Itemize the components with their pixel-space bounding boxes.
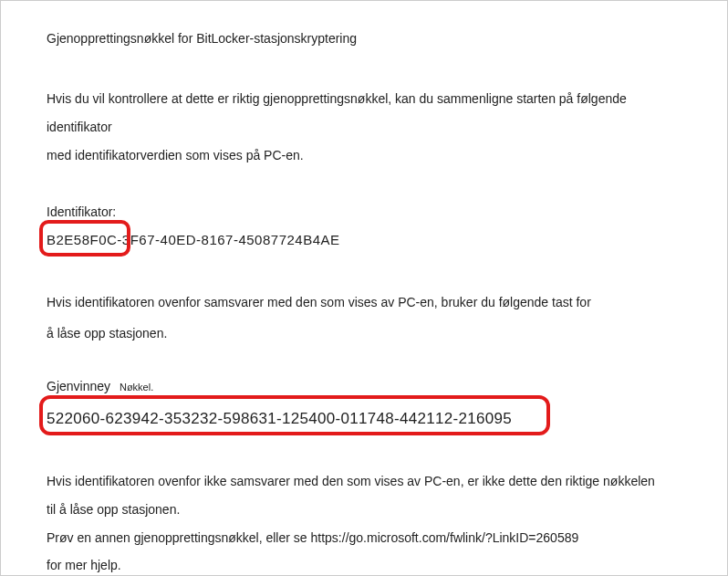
instruction-line: Hvis identifikatoren ovenfor ikke samsva… [47,467,681,496]
instruction-match: Hvis identifikatoren ovenfor samsvarer m… [47,288,681,349]
instruction-verify: Hvis du vil kontrollere at dette er rikt… [47,85,681,169]
recovery-key-value: 522060-623942-353232-598631-125400-01174… [47,410,512,427]
instruction-line: Hvis identifikatoren ovenfor samsvarer m… [47,288,681,319]
recovery-key-row: 522060-623942-353232-598631-125400-01174… [47,406,681,431]
identifier-label: Identifikator: [47,202,681,222]
recovery-label-small: Nøkkel. [120,382,153,393]
recovery-label-main: Gjenvinney [47,379,110,393]
instruction-line: for mer hjelp. [47,551,681,576]
identifier-value: B2E58F0C-3F67-40ED-8167-45087724B4AE [47,232,340,247]
instruction-line: Prøv en annen gjenopprettingsnøkkel, ell… [47,524,681,552]
identifier-value-row: B2E58F0C-3F67-40ED-8167-45087724B4AE [47,229,681,251]
document-title: Gjenopprettingsnøkkel for BitLocker-stas… [47,28,681,48]
instruction-nomatch: Hvis identifikatoren ovenfor ikke samsva… [47,467,681,576]
instruction-line: til å låse opp stasjonen. [47,496,681,524]
instruction-line: å låse opp stasjonen. [47,319,681,350]
instruction-line: Hvis du vil kontrollere at dette er rikt… [47,85,681,141]
instruction-line: med identifikatorverdien som vises på PC… [47,141,681,170]
recovery-key-label: Gjenvinney Nøkkel. [47,376,681,396]
